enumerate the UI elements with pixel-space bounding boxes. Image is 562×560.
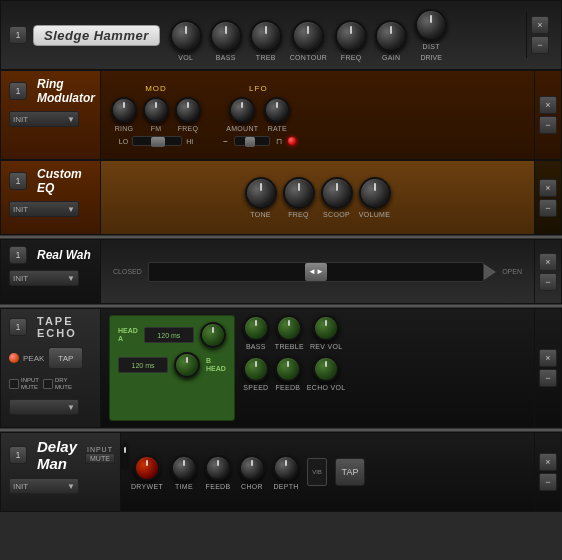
wah-preset-value: INIT	[13, 274, 28, 283]
ring-modulator-plugin: 1 Ring Modulator INIT ▼ MOD RING	[0, 70, 562, 160]
delay-preset-row: INIT ▼	[9, 478, 112, 494]
gain-knob[interactable]	[375, 20, 407, 52]
tone-knob[interactable]	[245, 177, 277, 209]
bass-knob[interactable]	[210, 20, 242, 52]
fm-knob[interactable]	[143, 97, 169, 123]
rev-vol-knob[interactable]	[313, 315, 339, 341]
ring-slider[interactable]	[132, 136, 182, 146]
delay-tap-btn[interactable]: TAP	[335, 458, 365, 486]
sledge-minus-btn[interactable]: −	[531, 36, 549, 54]
treb-knob[interactable]	[250, 20, 282, 52]
head-a-row: HEADA 120 ms	[118, 322, 226, 348]
eq-right-controls: × −	[534, 161, 561, 234]
delay-preset-arrow: ▼	[67, 482, 75, 491]
dist-knob[interactable]	[415, 9, 447, 41]
echo-top-knob-row: BASS TREBLE REV VOL	[243, 315, 346, 350]
echo-minus-btn[interactable]: −	[539, 369, 557, 387]
eq-preset-select[interactable]: INIT ▼	[9, 201, 79, 217]
eq-preset-value: INIT	[13, 205, 28, 214]
tap-btn[interactable]: TAP	[48, 347, 83, 369]
lfo-slider[interactable]	[234, 136, 270, 146]
delay-input-knob[interactable]	[123, 442, 127, 468]
feedb-delay-knob[interactable]	[205, 455, 231, 481]
index-btn-eq[interactable]: 1	[9, 172, 27, 190]
index-btn-echo[interactable]: 1	[9, 318, 27, 336]
feedb-echo-label: FEEDB	[275, 384, 300, 391]
delay-mute-btn[interactable]: MUTE	[85, 453, 115, 464]
chor-knob[interactable]	[239, 455, 265, 481]
eq-preset-arrow: ▼	[67, 205, 75, 214]
eq-vol-knob[interactable]	[359, 177, 391, 209]
eq-close-btn[interactable]: ×	[539, 179, 557, 197]
dry-mute-checkbox[interactable]	[43, 379, 53, 389]
depth-knob[interactable]	[273, 455, 299, 481]
bass-echo-knob[interactable]	[243, 315, 269, 341]
index-btn-ring[interactable]: 1	[9, 82, 27, 100]
time-knob-wrapper: TIME	[171, 455, 197, 490]
scoop-knob[interactable]	[321, 177, 353, 209]
sledge-close-btn[interactable]: ×	[531, 16, 549, 34]
ring-mod-knobs: RING FM FREQ	[111, 97, 201, 132]
index-btn-wah[interactable]: 1	[9, 246, 27, 264]
wah-preset-select[interactable]: INIT ▼	[9, 270, 79, 286]
eq-freq-knob[interactable]	[283, 177, 315, 209]
knob-wrapper-freq: FREQ	[335, 20, 367, 61]
ring-close-btn[interactable]: ×	[539, 96, 557, 114]
index-btn-sledge[interactable]: 1	[9, 26, 27, 44]
fm-knob-label: FM	[151, 125, 162, 132]
ring-preset-select[interactable]: INIT ▼	[9, 111, 79, 127]
knob-wrapper-gain: GAIN	[375, 20, 407, 61]
freq-knob[interactable]	[335, 20, 367, 52]
freq-mod-knob[interactable]	[175, 97, 201, 123]
echo-bottom-knob-row: SPEED FEEDB ECHO VOL	[243, 356, 346, 391]
delay-main-area: DRYWET TIME FEEDB CHOR DEPTH VIB TAP	[121, 433, 534, 511]
bass-echo-knob-wrapper: BASS	[243, 315, 269, 350]
freq-mod-knob-wrapper: FREQ	[175, 97, 201, 132]
wah-preset-arrow: ▼	[67, 274, 75, 283]
fm-knob-wrapper: FM	[143, 97, 169, 132]
rate-knob[interactable]	[264, 97, 290, 123]
delay-input-label: INPUT	[87, 446, 113, 453]
echo-vol-knob[interactable]	[313, 356, 339, 382]
contour-knob[interactable]	[292, 20, 324, 52]
bass-label: BASS	[216, 54, 236, 61]
eq-minus-btn[interactable]: −	[539, 199, 557, 217]
wah-close-btn[interactable]: ×	[539, 253, 557, 271]
delay-preset-select[interactable]: INIT ▼	[9, 478, 79, 494]
delay-minus-btn[interactable]: −	[539, 473, 557, 491]
speed-knob-wrapper: SPEED	[243, 356, 269, 391]
peak-led	[9, 353, 19, 363]
feedb-echo-knob-wrapper: FEEDB	[275, 356, 301, 391]
delay-input-group: INPUT MUTE	[85, 446, 115, 464]
wah-preset-row: INIT ▼	[9, 270, 92, 286]
echo-heads-section: HEADA 120 ms 120 ms BHEAD	[109, 315, 235, 421]
ring-minus-btn[interactable]: −	[539, 116, 557, 134]
rev-vol-knob-wrapper: REV VOL	[310, 315, 342, 350]
wah-minus-btn[interactable]: −	[539, 273, 557, 291]
delay-close-btn[interactable]: ×	[539, 453, 557, 471]
treble-knob[interactable]	[276, 315, 302, 341]
feedb-echo-knob[interactable]	[275, 356, 301, 382]
head-b-label: BHEAD	[206, 357, 226, 372]
plugin-strip: 1 Sledge Hammer VOL BASS TREB CONTOUR FR…	[0, 0, 562, 512]
speed-knob[interactable]	[243, 356, 269, 382]
echo-close-btn[interactable]: ×	[539, 349, 557, 367]
ring-knob[interactable]	[111, 97, 137, 123]
square-wave-btn[interactable]: ⊓	[274, 136, 284, 147]
head-a-knob[interactable]	[200, 322, 226, 348]
sine-wave-btn[interactable]: ~	[221, 136, 230, 147]
head-b-row: 120 ms BHEAD	[118, 352, 226, 378]
dist-label: DIST	[423, 43, 440, 50]
head-b-knob[interactable]	[174, 352, 200, 378]
index-btn-delay[interactable]: 1	[9, 446, 27, 464]
wah-slider-track[interactable]: ◄►	[148, 262, 484, 282]
amount-knob[interactable]	[229, 97, 255, 123]
time-knob[interactable]	[171, 455, 197, 481]
echo-peak-row: PEAK TAP	[9, 347, 92, 369]
sledge-knob-group: VOL BASS TREB CONTOUR FREQ GAIN	[170, 9, 447, 61]
echo-preset-select[interactable]: ▼	[9, 399, 79, 415]
wah-header: 1 Real Wah	[9, 246, 92, 264]
input-mute-checkbox[interactable]	[9, 379, 19, 389]
drywet-knob[interactable]	[134, 455, 160, 481]
vol-knob[interactable]	[170, 20, 202, 52]
